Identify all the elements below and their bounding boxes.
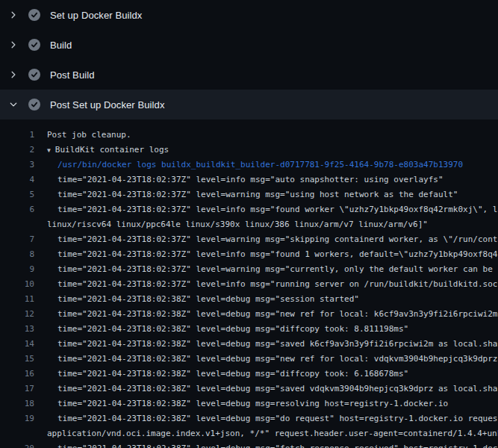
log-line: 3 /usr/bin/docker logs buildx_buildkit_b…: [0, 157, 498, 172]
line-number[interactable]: 17: [0, 384, 34, 393]
success-check-icon: [28, 39, 40, 51]
line-text: ▼BuildKit container logs: [47, 145, 169, 155]
chevron-right-icon[interactable]: [9, 40, 18, 49]
line-text: time="2021-04-23T18:02:38Z" level=debug …: [57, 444, 498, 448]
step-row-build[interactable]: Build: [0, 30, 498, 60]
line-text: time="2021-04-23T18:02:37Z" level=warnin…: [57, 190, 458, 199]
line-text: time="2021-04-23T18:02:38Z" level=debug …: [57, 354, 498, 364]
line-text: time="2021-04-23T18:02:37Z" level=info m…: [57, 279, 498, 289]
line-text: time="2021-04-23T18:02:37Z" level=warnin…: [57, 234, 498, 244]
line-text: time="2021-04-23T18:02:38Z" level=debug …: [57, 369, 408, 379]
log-line: 20 time="2021-04-23T18:02:38Z" level=deb…: [0, 441, 498, 448]
step-title: Post Set up Docker Buildx: [50, 99, 165, 111]
line-number[interactable]: 5: [0, 190, 34, 199]
success-check-icon: [28, 69, 40, 81]
line-number[interactable]: 4: [0, 175, 34, 184]
line-number[interactable]: 16: [0, 369, 34, 379]
chevron-right-icon[interactable]: [9, 70, 18, 79]
line-number[interactable]: 2: [0, 145, 34, 155]
log-line: 12 time="2021-04-23T18:02:38Z" level=deb…: [0, 306, 498, 321]
line-number[interactable]: 3: [0, 160, 34, 169]
line-text: time="2021-04-23T18:02:37Z" level=info m…: [57, 205, 498, 214]
log-line: application/vnd.oci.image.index.v1+json,…: [0, 426, 498, 441]
line-text: time="2021-04-23T18:02:38Z" level=debug …: [57, 294, 359, 304]
line-text: time="2021-04-23T18:02:37Z" level=warnin…: [57, 264, 498, 274]
line-text: linux/riscv64 linux/ppc64le linux/s390x …: [47, 220, 428, 229]
log-line: 18 time="2021-04-23T18:02:38Z" level=deb…: [0, 396, 498, 411]
chevron-right-icon[interactable]: [9, 10, 18, 19]
step-row-post-build[interactable]: Post Build: [0, 60, 498, 90]
line-number[interactable]: 12: [0, 309, 34, 319]
log-line: 1 Post job cleanup.: [0, 127, 498, 142]
log-line: 19 time="2021-04-23T18:02:38Z" level=deb…: [0, 411, 498, 426]
line-number[interactable]: 18: [0, 399, 34, 408]
line-number[interactable]: 1: [0, 130, 34, 140]
line-number[interactable]: 7: [0, 234, 34, 244]
log-group-label: BuildKit container logs: [55, 145, 169, 155]
chevron-down-icon[interactable]: [9, 100, 18, 109]
log-line: 4 time="2021-04-23T18:02:37Z" level=info…: [0, 172, 498, 187]
step-title: Build: [50, 40, 72, 51]
log-line: 6 time="2021-04-23T18:02:37Z" level=info…: [0, 202, 498, 217]
line-text: time="2021-04-23T18:02:38Z" level=debug …: [57, 399, 448, 408]
log-line: 9 time="2021-04-23T18:02:37Z" level=warn…: [0, 261, 498, 276]
log-line: 17 time="2021-04-23T18:02:38Z" level=deb…: [0, 381, 498, 396]
log-line: 8 time="2021-04-23T18:02:37Z" level=info…: [0, 246, 498, 261]
line-text: Post job cleanup.: [47, 130, 131, 140]
log-line: 10 time="2021-04-23T18:02:37Z" level=inf…: [0, 276, 498, 291]
line-number[interactable]: 9: [0, 264, 34, 274]
line-text: time="2021-04-23T18:02:38Z" level=debug …: [57, 384, 498, 393]
line-text: application/vnd.oci.image.index.v1+json,…: [47, 429, 498, 438]
log-line: 14 time="2021-04-23T18:02:38Z" level=deb…: [0, 336, 498, 351]
line-text: time="2021-04-23T18:02:37Z" level=info m…: [57, 249, 498, 259]
line-number[interactable]: 6: [0, 205, 34, 214]
log-line: 5 time="2021-04-23T18:02:37Z" level=warn…: [0, 187, 498, 202]
log-line: linux/riscv64 linux/ppc64le linux/s390x …: [0, 217, 498, 231]
line-text: time="2021-04-23T18:02:38Z" level=debug …: [57, 414, 498, 423]
log-line: 16 time="2021-04-23T18:02:38Z" level=deb…: [0, 366, 498, 381]
success-check-icon: [28, 99, 40, 111]
step-row-setup-docker-buildx[interactable]: Set up Docker Buildx: [0, 0, 498, 30]
log-line: 11 time="2021-04-23T18:02:38Z" level=deb…: [0, 291, 498, 306]
line-number[interactable]: 10: [0, 279, 34, 289]
line-number[interactable]: 19: [0, 414, 34, 423]
line-number[interactable]: 11: [0, 294, 34, 304]
log-line: 15 time="2021-04-23T18:02:38Z" level=deb…: [0, 351, 498, 366]
step-row-post-setup-docker-buildx[interactable]: Post Set up Docker Buildx: [0, 90, 498, 119]
line-text: time="2021-04-23T18:02:38Z" level=debug …: [57, 309, 498, 319]
line-text: time="2021-04-23T18:02:37Z" level=info m…: [57, 175, 443, 184]
workflow-log-viewer: Set up Docker Buildx Build Post Build: [0, 0, 498, 448]
line-number[interactable]: 15: [0, 354, 34, 364]
log-line: 7 time="2021-04-23T18:02:37Z" level=warn…: [0, 231, 498, 246]
line-text: time="2021-04-23T18:02:38Z" level=debug …: [57, 324, 408, 334]
line-text: time="2021-04-23T18:02:38Z" level=debug …: [57, 339, 498, 349]
step-title: Post Build: [50, 69, 95, 81]
line-number[interactable]: 13: [0, 324, 34, 334]
log-area: 1 Post job cleanup. 2 ▼BuildKit containe…: [0, 119, 498, 448]
log-group-collapse-triangle-icon[interactable]: ▼: [47, 147, 51, 154]
line-number[interactable]: 8: [0, 249, 34, 259]
line-text: /usr/bin/docker logs buildx_buildkit_bui…: [57, 160, 463, 169]
success-check-icon: [28, 9, 40, 21]
log-line: 13 time="2021-04-23T18:02:38Z" level=deb…: [0, 321, 498, 336]
step-title: Set up Docker Buildx: [50, 10, 142, 21]
line-number[interactable]: 14: [0, 339, 34, 349]
steps-list: Set up Docker Buildx Build Post Build: [0, 0, 498, 119]
line-number[interactable]: 20: [0, 444, 34, 448]
log-line: 2 ▼BuildKit container logs: [0, 142, 498, 157]
